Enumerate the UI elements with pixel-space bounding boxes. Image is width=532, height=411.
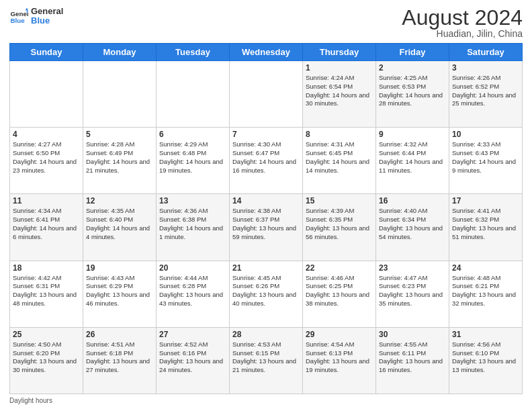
calendar-cell: 20Sunrise: 4:44 AM Sunset: 6:28 PM Dayli… [157, 261, 230, 327]
cell-content: Sunrise: 4:34 AM Sunset: 6:41 PM Dayligh… [13, 207, 80, 241]
calendar-cell: 18Sunrise: 4:42 AM Sunset: 6:31 PM Dayli… [10, 261, 83, 327]
cell-content: Sunrise: 4:47 AM Sunset: 6:23 PM Dayligh… [379, 274, 446, 308]
calendar-header-cell: Thursday [303, 44, 376, 61]
day-number: 13 [159, 196, 226, 205]
logo-general: General [31, 7, 63, 16]
cell-content: Sunrise: 4:29 AM Sunset: 6:48 PM Dayligh… [159, 140, 226, 175]
cell-content: Sunrise: 4:28 AM Sunset: 6:49 PM Dayligh… [86, 140, 153, 175]
cell-content: Sunrise: 4:52 AM Sunset: 6:16 PM Dayligh… [159, 340, 226, 375]
calendar-cell: 17Sunrise: 4:41 AM Sunset: 6:32 PM Dayli… [449, 194, 523, 261]
cell-content: Sunrise: 4:41 AM Sunset: 6:32 PM Dayligh… [452, 207, 519, 241]
calendar-header-cell: Friday [376, 44, 449, 61]
calendar-header-cell: Wednesday [230, 44, 303, 61]
calendar-cell: 28Sunrise: 4:53 AM Sunset: 6:15 PM Dayli… [230, 327, 303, 394]
day-number: 15 [306, 196, 373, 205]
header: General Blue General Blue August 2024 Hu… [9, 7, 523, 39]
calendar-cell: 6Sunrise: 4:29 AM Sunset: 6:48 PM Daylig… [157, 128, 230, 194]
day-number: 6 [159, 130, 226, 139]
calendar-cell: 1Sunrise: 4:24 AM Sunset: 6:54 PM Daylig… [303, 61, 376, 128]
footer: Daylight hours [9, 397, 523, 404]
calendar-cell: 14Sunrise: 4:38 AM Sunset: 6:37 PM Dayli… [230, 194, 303, 261]
cell-content: Sunrise: 4:33 AM Sunset: 6:43 PM Dayligh… [452, 140, 519, 175]
day-number: 3 [452, 63, 519, 73]
day-number: 11 [13, 196, 80, 205]
calendar-week-row: 11Sunrise: 4:34 AM Sunset: 6:41 PM Dayli… [10, 194, 523, 261]
calendar-cell [157, 61, 230, 128]
cell-content: Sunrise: 4:32 AM Sunset: 6:44 PM Dayligh… [379, 140, 446, 175]
calendar-cell: 7Sunrise: 4:30 AM Sunset: 6:47 PM Daylig… [230, 128, 303, 194]
calendar-cell [10, 61, 83, 128]
calendar-cell: 3Sunrise: 4:26 AM Sunset: 6:52 PM Daylig… [449, 61, 523, 128]
calendar-cell: 19Sunrise: 4:43 AM Sunset: 6:29 PM Dayli… [83, 261, 157, 327]
calendar-cell: 8Sunrise: 4:31 AM Sunset: 6:45 PM Daylig… [303, 128, 376, 194]
cell-content: Sunrise: 4:26 AM Sunset: 6:52 PM Dayligh… [452, 74, 519, 108]
cell-content: Sunrise: 4:45 AM Sunset: 6:26 PM Dayligh… [232, 274, 300, 308]
day-number: 5 [86, 130, 153, 139]
cell-content: Sunrise: 4:55 AM Sunset: 6:11 PM Dayligh… [379, 340, 446, 375]
day-number: 30 [379, 330, 446, 339]
day-number: 25 [13, 330, 80, 339]
calendar-cell: 24Sunrise: 4:48 AM Sunset: 6:21 PM Dayli… [449, 261, 523, 327]
day-number: 17 [452, 196, 519, 205]
cell-content: Sunrise: 4:56 AM Sunset: 6:10 PM Dayligh… [452, 340, 519, 375]
calendar-cell: 16Sunrise: 4:40 AM Sunset: 6:34 PM Dayli… [376, 194, 449, 261]
day-number: 20 [159, 263, 226, 273]
calendar-cell [83, 61, 157, 128]
calendar-cell: 2Sunrise: 4:25 AM Sunset: 6:53 PM Daylig… [376, 61, 449, 128]
calendar-week-row: 18Sunrise: 4:42 AM Sunset: 6:31 PM Dayli… [10, 261, 523, 327]
month-year: August 2024 [402, 7, 523, 28]
calendar-cell: 25Sunrise: 4:50 AM Sunset: 6:20 PM Dayli… [10, 327, 83, 394]
calendar-cell: 30Sunrise: 4:55 AM Sunset: 6:11 PM Dayli… [376, 327, 449, 394]
calendar-header-cell: Sunday [10, 44, 83, 61]
cell-content: Sunrise: 4:39 AM Sunset: 6:35 PM Dayligh… [306, 207, 373, 241]
day-number: 1 [306, 63, 373, 73]
calendar-cell: 31Sunrise: 4:56 AM Sunset: 6:10 PM Dayli… [449, 327, 523, 394]
calendar-cell: 12Sunrise: 4:35 AM Sunset: 6:40 PM Dayli… [83, 194, 157, 261]
day-number: 31 [452, 330, 519, 339]
calendar-cell: 5Sunrise: 4:28 AM Sunset: 6:49 PM Daylig… [83, 128, 157, 194]
day-number: 14 [232, 196, 300, 205]
calendar-week-row: 25Sunrise: 4:50 AM Sunset: 6:20 PM Dayli… [10, 327, 523, 394]
daylight-label: Daylight hours [9, 397, 52, 404]
calendar-cell: 10Sunrise: 4:33 AM Sunset: 6:43 PM Dayli… [449, 128, 523, 194]
calendar-cell: 15Sunrise: 4:39 AM Sunset: 6:35 PM Dayli… [303, 194, 376, 261]
calendar-cell: 21Sunrise: 4:45 AM Sunset: 6:26 PM Dayli… [230, 261, 303, 327]
cell-content: Sunrise: 4:27 AM Sunset: 6:50 PM Dayligh… [13, 140, 80, 175]
day-number: 22 [306, 263, 373, 273]
cell-content: Sunrise: 4:43 AM Sunset: 6:29 PM Dayligh… [86, 274, 153, 308]
day-number: 8 [306, 130, 373, 139]
calendar-cell: 13Sunrise: 4:36 AM Sunset: 6:38 PM Dayli… [157, 194, 230, 261]
cell-content: Sunrise: 4:31 AM Sunset: 6:45 PM Dayligh… [306, 140, 373, 175]
day-number: 18 [13, 263, 80, 273]
calendar-cell: 29Sunrise: 4:54 AM Sunset: 6:13 PM Dayli… [303, 327, 376, 394]
cell-content: Sunrise: 4:54 AM Sunset: 6:13 PM Dayligh… [306, 340, 373, 375]
cell-content: Sunrise: 4:25 AM Sunset: 6:53 PM Dayligh… [379, 74, 446, 108]
cell-content: Sunrise: 4:44 AM Sunset: 6:28 PM Dayligh… [159, 274, 226, 308]
day-number: 9 [379, 130, 446, 139]
cell-content: Sunrise: 4:36 AM Sunset: 6:38 PM Dayligh… [159, 207, 226, 241]
calendar-header-cell: Monday [83, 44, 157, 61]
cell-content: Sunrise: 4:48 AM Sunset: 6:21 PM Dayligh… [452, 274, 519, 308]
logo-icon: General Blue [9, 7, 28, 26]
day-number: 24 [452, 263, 519, 273]
cell-content: Sunrise: 4:30 AM Sunset: 6:47 PM Dayligh… [232, 140, 300, 175]
calendar-cell [230, 61, 303, 128]
location: Huadian, Jilin, China [402, 28, 523, 39]
cell-content: Sunrise: 4:24 AM Sunset: 6:54 PM Dayligh… [306, 74, 373, 108]
day-number: 12 [86, 196, 153, 205]
cell-content: Sunrise: 4:35 AM Sunset: 6:40 PM Dayligh… [86, 207, 153, 241]
calendar-cell: 9Sunrise: 4:32 AM Sunset: 6:44 PM Daylig… [376, 128, 449, 194]
cell-content: Sunrise: 4:50 AM Sunset: 6:20 PM Dayligh… [13, 340, 80, 375]
logo-blue: Blue [31, 16, 63, 26]
cell-content: Sunrise: 4:46 AM Sunset: 6:25 PM Dayligh… [306, 274, 373, 308]
calendar-cell: 27Sunrise: 4:52 AM Sunset: 6:16 PM Dayli… [157, 327, 230, 394]
day-number: 2 [379, 63, 446, 73]
calendar-cell: 11Sunrise: 4:34 AM Sunset: 6:41 PM Dayli… [10, 194, 83, 261]
day-number: 28 [232, 330, 300, 339]
calendar-header-cell: Saturday [449, 44, 523, 61]
calendar-header-cell: Tuesday [157, 44, 230, 61]
day-number: 29 [306, 330, 373, 339]
day-number: 4 [13, 130, 80, 139]
day-number: 16 [379, 196, 446, 205]
svg-marker-2 [26, 8, 28, 11]
